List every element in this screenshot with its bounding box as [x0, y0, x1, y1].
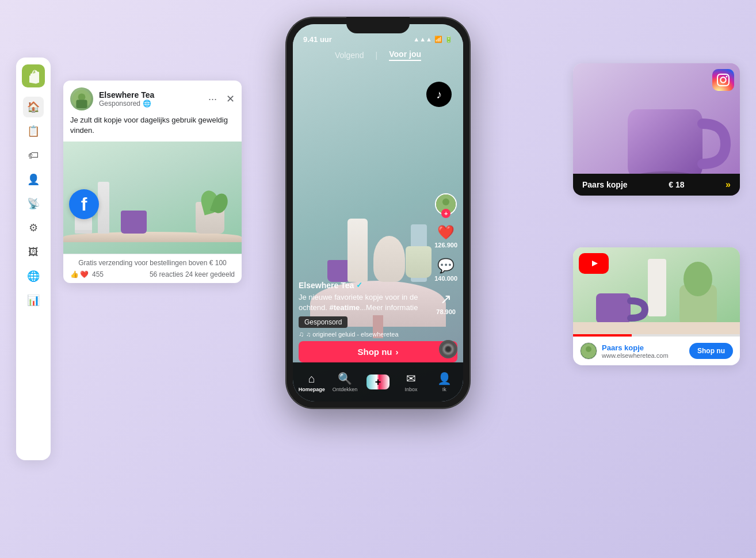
- yt-channel-details: Paars kopje www.elsewheretea.com: [602, 343, 669, 359]
- tt-likes-count: 126.900: [434, 242, 457, 249]
- tt-music-icon: ♫: [299, 330, 304, 338]
- ig-price: € 18: [669, 180, 684, 189]
- yt-progress-bar: [573, 334, 740, 337]
- tt-verified-icon: ✓: [356, 281, 362, 289]
- fb-reactions: 👍 ❤️ 455 56 reacties 24 keer gedeeld: [70, 270, 235, 278]
- tt-create-icon: +: [366, 374, 390, 389]
- tt-plant: [406, 246, 432, 278]
- sidebar-tags-icon[interactable]: 🏷: [23, 145, 44, 166]
- yt-progress-fill: [573, 334, 632, 337]
- tt-home-label: Homepage: [299, 387, 325, 392]
- sidebar-media-icon[interactable]: 🖼: [23, 242, 44, 262]
- fb-more-icon[interactable]: ···: [208, 93, 217, 105]
- tt-comment-button[interactable]: 💬 140.000: [434, 258, 457, 282]
- phone-notch: [346, 17, 410, 33]
- ig-product-name: Paars kopje: [582, 180, 628, 189]
- tt-nav-following[interactable]: Volgend: [335, 51, 364, 60]
- yt-shop-now-button[interactable]: Shop nu: [689, 343, 733, 359]
- fb-sponsored: Gesponsored 🌐: [99, 100, 203, 108]
- fb-promo-text: Gratis verzending voor bestellingen bove…: [70, 259, 235, 267]
- tt-nav-home[interactable]: ⌂ Homepage: [295, 372, 329, 392]
- svg-rect-2: [76, 100, 87, 108]
- fb-ad-image: f: [63, 142, 242, 254]
- sidebar-analytics-icon[interactable]: 📊: [23, 290, 44, 311]
- tiktok-bottom-nav: ⌂ Homepage 🔍 Ontdekken + ✉ Inbox 👤 Ik: [293, 362, 463, 402]
- fb-scene-mug: [121, 211, 147, 234]
- tt-sponsored-badge: Gesponsord: [299, 313, 426, 328]
- facebook-ad-card: Elsewhere Tea Gesponsored 🌐 ··· ✕ Je zul…: [63, 81, 242, 283]
- tt-mug: [327, 260, 350, 282]
- fb-scene-pot: [196, 202, 224, 234]
- tiktok-right-actions: + ❤️ 126.900 💬 140.000 ↗ 78.900: [434, 193, 457, 315]
- fb-card-footer: Gratis verzending voor bestellingen bove…: [63, 254, 242, 283]
- ig-arrows-icon: »: [726, 179, 731, 190]
- sidebar-home-icon[interactable]: 🏠: [23, 97, 44, 117]
- ig-ad-image: Paars kopje € 18 »: [573, 63, 740, 196]
- yt-card-footer: Paars kopje www.elsewheretea.com Shop nu: [573, 337, 740, 365]
- tt-nav-profile[interactable]: 👤 Ik: [427, 372, 461, 392]
- tiktok-video-info: Elsewhere Tea ✓ Je nieuwe favoriete kopj…: [299, 281, 426, 338]
- fb-avatar: [70, 87, 93, 110]
- svg-rect-6: [628, 109, 702, 178]
- fb-ad-text: Je zult dit kopje voor dagelijks gebruik…: [63, 115, 242, 142]
- tt-comments-count: 140.000: [434, 275, 457, 282]
- tt-discover-label: Ontdekken: [333, 387, 358, 392]
- tiktok-nav-header: Volgend | Voor jou: [293, 49, 463, 61]
- youtube-card: Paars kopje www.elsewheretea.com Shop nu: [573, 247, 740, 365]
- tt-follow-plus[interactable]: +: [441, 209, 450, 218]
- ig-price-bar: Paars kopje € 18 »: [573, 174, 740, 196]
- fb-scene-vase2: [98, 182, 109, 234]
- ig-logo-icon: [712, 69, 734, 91]
- tt-inbox-label: Inbox: [405, 387, 418, 392]
- tt-like-button[interactable]: ❤️ 126.900: [434, 224, 457, 249]
- phone-frame: 9.41 uur ▲▲▲ 📶 🔋 Volgend | Voor jou ♪: [286, 17, 470, 408]
- tt-nav-inbox[interactable]: ✉ Inbox: [395, 372, 428, 392]
- yt-channel-name: Paars kopje: [602, 343, 669, 352]
- tt-nav-separator: |: [376, 51, 378, 60]
- sidebar-marketing-icon[interactable]: 📡: [23, 193, 44, 214]
- tt-shop-now-button[interactable]: Shop nu ›: [299, 341, 457, 362]
- tt-nav-create[interactable]: +: [361, 374, 395, 389]
- fb-page-name: Elsewhere Tea: [99, 90, 203, 100]
- tt-vase-round: [373, 236, 405, 282]
- tt-nav-for-you[interactable]: Voor jou: [389, 49, 421, 61]
- yt-channel-info: Paars kopje www.elsewheretea.com: [580, 342, 669, 360]
- sidebar-settings-icon[interactable]: ⚙: [23, 217, 44, 238]
- fb-scene-table: [63, 232, 242, 242]
- fb-globe-icon: 🌐: [143, 100, 151, 108]
- fb-reaction-icons: 👍 ❤️ 455: [70, 270, 104, 278]
- sidebar-customers-icon[interactable]: 👤: [23, 169, 44, 190]
- yt-logo-icon: [579, 253, 609, 274]
- fb-sponsored-label: Gesponsored: [99, 100, 140, 108]
- sidebar-online-icon[interactable]: 🌐: [23, 266, 44, 286]
- tt-discover-icon: 🔍: [338, 372, 352, 385]
- fb-card-header: Elsewhere Tea Gesponsored 🌐 ··· ✕: [63, 81, 242, 115]
- instagram-card: Paars kopje € 18 »: [573, 63, 740, 196]
- tt-share-button[interactable]: ↗ 78.900: [436, 291, 456, 315]
- tiktok-logo: ♪: [426, 82, 452, 107]
- tt-heart-icon: ❤️: [437, 224, 455, 240]
- shopify-logo: [22, 64, 45, 87]
- tt-shares-count: 78.900: [436, 308, 456, 315]
- fb-like-icon: 👍: [70, 270, 79, 278]
- svg-point-17: [586, 346, 591, 352]
- tt-home-icon: ⌂: [308, 372, 315, 385]
- tt-sound-info: ♫ ♫ origineel geluid - elsewheretea: [299, 330, 426, 338]
- sidebar-inbox-icon[interactable]: 📋: [23, 121, 44, 142]
- fb-close-icon[interactable]: ✕: [226, 93, 235, 105]
- fb-avatar-image: [70, 87, 93, 110]
- fb-heart-icon: ❤️: [80, 270, 89, 278]
- yt-channel-avatar: [580, 342, 597, 360]
- phone-container: 9.41 uur ▲▲▲ 📶 🔋 Volgend | Voor jou ♪: [286, 17, 470, 408]
- phone-screen: 9.41 uur ▲▲▲ 📶 🔋 Volgend | Voor jou ♪: [293, 24, 463, 402]
- shopify-sidebar: 🏠 📋 🏷 👤 📡 ⚙ 🖼 🌐 📊: [16, 58, 51, 460]
- fb-logo-icon: f: [69, 189, 99, 219]
- tt-nav-discover[interactable]: 🔍 Ontdekken: [329, 372, 362, 392]
- tt-inbox-icon: ✉: [406, 372, 416, 385]
- wifi-icon: 📶: [434, 36, 442, 43]
- svg-point-1: [78, 93, 86, 101]
- tt-username: Elsewhere Tea ✓: [299, 281, 426, 290]
- tt-creator-avatar: +: [435, 193, 457, 215]
- tt-vase-tall: [348, 219, 368, 282]
- tt-share-icon: ↗: [440, 291, 452, 307]
